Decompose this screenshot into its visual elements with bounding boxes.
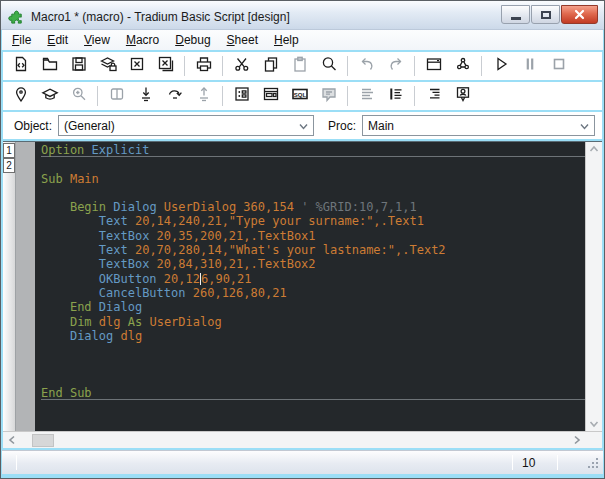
menu-edit[interactable]: Edit xyxy=(39,31,76,50)
note-pad-icon xyxy=(320,85,338,107)
outline-faint-button[interactable] xyxy=(352,84,381,108)
code-line[interactable]: TextBox 20,84,310,21,.TextBox2 xyxy=(41,257,585,271)
call-stack-button[interactable] xyxy=(102,84,131,108)
find-button[interactable] xyxy=(314,54,343,78)
stop-macro-button[interactable] xyxy=(544,54,573,78)
paste-button[interactable] xyxy=(285,54,314,78)
undo-button[interactable] xyxy=(352,54,381,78)
code-line[interactable] xyxy=(41,343,585,357)
code-surface[interactable]: Option ExplicitSub Main Begin Dialog Use… xyxy=(35,142,585,431)
toggle-breakpoint-button[interactable] xyxy=(6,84,35,108)
code-line[interactable]: Sub Main xyxy=(41,172,585,186)
step-into-button[interactable] xyxy=(131,84,160,108)
code-line[interactable]: End Dialog xyxy=(41,300,585,314)
code-line[interactable]: Text 20,14,240,21,"Type your surname:",.… xyxy=(41,214,585,228)
current-line-indicator: 10 xyxy=(513,456,557,470)
code-line[interactable]: End Sub xyxy=(41,386,585,400)
window-frame-bottom xyxy=(1,474,604,478)
horizontal-scroll-thumb[interactable] xyxy=(32,434,54,447)
menu-sheet[interactable]: Sheet xyxy=(219,31,266,50)
close-button[interactable] xyxy=(561,5,598,24)
new-macro-icon xyxy=(12,55,30,77)
menu-file[interactable]: File xyxy=(4,31,39,50)
pause-macro-button[interactable] xyxy=(515,54,544,78)
scroll-right-button[interactable] xyxy=(568,435,585,445)
macro-tab-1[interactable]: 1 xyxy=(3,143,15,158)
breakpoint-gutter[interactable] xyxy=(16,142,35,431)
code-line[interactable] xyxy=(41,157,585,171)
step-out-arrow-icon xyxy=(195,85,213,107)
menu-debug[interactable]: Debug xyxy=(167,31,218,50)
scroll-right-icon xyxy=(572,435,582,445)
print-button[interactable] xyxy=(189,54,218,78)
quick-watch-button[interactable] xyxy=(64,84,93,108)
code-line[interactable] xyxy=(41,372,585,386)
toolbar-band-2: SQL xyxy=(3,82,602,110)
code-line[interactable] xyxy=(41,186,585,200)
macro-tabstrip: 12 xyxy=(3,142,16,431)
code-line[interactable]: TextBox 20,35,200,21,.TextBox1 xyxy=(41,229,585,243)
object-combobox[interactable]: (General) xyxy=(58,115,314,136)
copy-button[interactable] xyxy=(256,54,285,78)
title-bar[interactable]: Macro1 * (macro) - Tradium Basic Script … xyxy=(1,1,604,30)
add-watch-button[interactable] xyxy=(35,84,64,108)
cut-button[interactable] xyxy=(227,54,256,78)
scroll-left-button[interactable] xyxy=(3,435,20,445)
svg-text:SQL: SQL xyxy=(293,92,306,98)
code-line[interactable]: Option Explicit xyxy=(41,143,585,157)
code-line[interactable]: Text 20,70,280,14,"What's your lastname:… xyxy=(41,243,585,257)
code-line[interactable]: Dialog dlg xyxy=(41,329,585,343)
proc-label: Proc: xyxy=(328,119,356,133)
certify-macro-button[interactable] xyxy=(448,84,477,108)
form-editor-button[interactable] xyxy=(256,84,285,108)
object-browser-button[interactable] xyxy=(448,54,477,78)
object-nodes-icon xyxy=(454,55,472,77)
save-macro-button[interactable] xyxy=(64,54,93,78)
puzzle-icon[interactable] xyxy=(8,8,25,25)
toolbar-separator xyxy=(222,56,223,76)
userdialog-grid-button[interactable] xyxy=(227,84,256,108)
delete-all-macros-button[interactable] xyxy=(151,54,180,78)
code-line[interactable] xyxy=(41,357,585,371)
lock-macros-button[interactable] xyxy=(93,54,122,78)
minimize-icon xyxy=(511,17,521,20)
redo-button[interactable] xyxy=(381,54,410,78)
sql-wizard-button[interactable]: SQL xyxy=(285,84,314,108)
scroll-down-button[interactable] xyxy=(589,419,599,429)
code-line[interactable]: CancelButton 260,126,80,21 xyxy=(41,286,585,300)
toolbar-separator xyxy=(414,56,415,76)
open-macro-button[interactable] xyxy=(35,54,64,78)
code-line[interactable]: OKButton 20,126,90,21 xyxy=(41,272,585,286)
edit-userdialog-button[interactable] xyxy=(419,54,448,78)
redo-arrow-icon xyxy=(387,55,405,77)
toolbar-band-1 xyxy=(3,52,602,80)
magnifier-plus-icon xyxy=(70,85,88,107)
macro-tab-2[interactable]: 2 xyxy=(3,158,15,173)
new-macro-button[interactable] xyxy=(6,54,35,78)
pause-bars-icon xyxy=(521,55,539,77)
comment-note-button[interactable] xyxy=(314,84,343,108)
toolbar-separator xyxy=(184,56,185,76)
scroll-up-button[interactable] xyxy=(589,144,599,154)
code-line[interactable]: Begin Dialog UserDialog 360,154 ' %GRID:… xyxy=(41,200,585,214)
minimize-button[interactable] xyxy=(501,5,530,24)
scissors-icon xyxy=(233,55,251,77)
step-into-arrow-icon xyxy=(137,85,155,107)
menu-help[interactable]: Help xyxy=(266,31,307,50)
proc-combobox[interactable]: Main xyxy=(362,115,595,136)
resize-grip[interactable] xyxy=(586,456,600,470)
horizontal-scrollbar[interactable] xyxy=(3,431,602,448)
outline-left-button[interactable] xyxy=(381,84,410,108)
step-out-button[interactable] xyxy=(189,84,218,108)
maximize-button[interactable] xyxy=(531,5,560,24)
vertical-scrollbar[interactable] xyxy=(585,142,602,431)
outline-indent-button[interactable] xyxy=(419,84,448,108)
horizontal-scroll-track[interactable] xyxy=(54,432,568,448)
run-macro-button[interactable] xyxy=(486,54,515,78)
menu-macro[interactable]: Macro xyxy=(118,31,167,50)
step-over-button[interactable] xyxy=(160,84,189,108)
menu-view[interactable]: View xyxy=(76,31,118,50)
code-line[interactable]: Dim dlg As UserDialog xyxy=(41,315,585,329)
save-floppy-icon xyxy=(70,55,88,77)
delete-macro-button[interactable] xyxy=(122,54,151,78)
